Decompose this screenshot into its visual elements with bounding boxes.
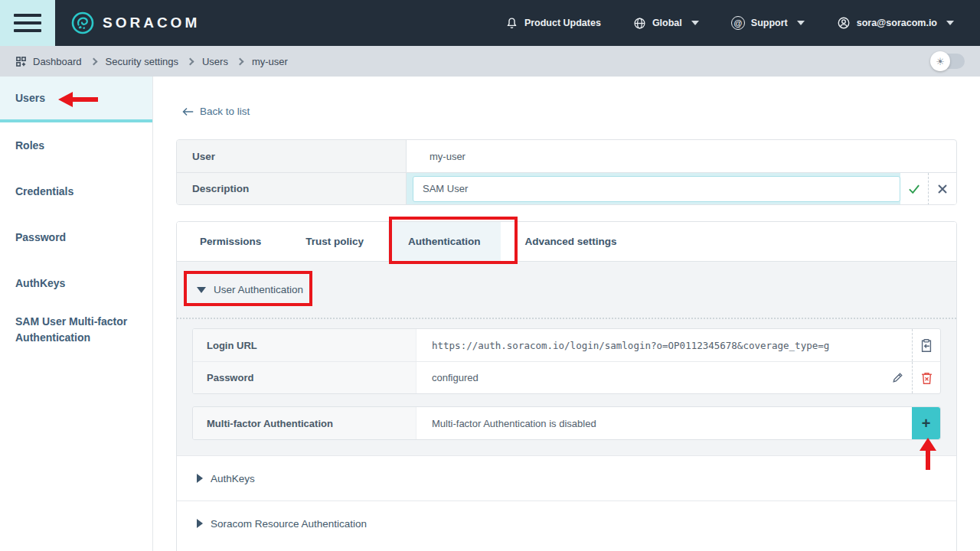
top-navbar: SORACOM Product Updates Global @ Support [0,0,980,46]
support-label: Support [751,18,788,28]
mfa-label: Multi-factor Authentication [193,407,416,439]
tab-permissions[interactable]: Permissions [200,222,261,261]
user-authentication-section: User Authentication Login URL https://au… [177,262,956,455]
product-updates-button[interactable]: Product Updates [505,17,601,30]
sidebar-item-authkeys-label: AuthKeys [15,276,65,292]
user-authentication-section-header[interactable]: User Authentication [177,262,956,319]
enable-mfa-button[interactable]: + [912,407,940,439]
check-icon [909,184,920,194]
breadcrumb-bar: Dashboard Security settings Users my-use… [0,46,980,77]
brand-name: SORACOM [103,15,200,31]
authkeys-title: AuthKeys [211,473,255,484]
breadcrumb-users[interactable]: Users [202,56,228,67]
main-content: Back to list User my-user Description [153,77,980,551]
copy-login-url-button[interactable] [912,329,940,361]
sidebar-item-credentials[interactable]: Credentials [0,168,152,214]
hamburger-menu-icon[interactable] [0,0,55,46]
soracom-logo[interactable]: SORACOM [70,11,200,35]
chevron-right-icon [236,57,243,65]
triangle-right-icon [197,519,203,528]
edit-password-button[interactable] [884,362,912,393]
resource-authentication-section-header[interactable]: Soracom Resource Authentication [177,500,956,546]
theme-toggle[interactable]: ☀ [933,54,965,69]
password-row: Password configured [193,361,940,393]
description-edit-area [407,173,900,204]
caret-down-icon [797,21,805,25]
account-dropdown[interactable]: sora@soracom.io [837,16,954,30]
cancel-description-button[interactable] [928,173,956,205]
authkeys-section-header[interactable]: AuthKeys [177,455,956,500]
delete-password-button[interactable] [912,362,940,393]
sun-icon: ☀ [930,51,950,71]
sidebar-item-password[interactable]: Password [0,214,152,260]
resource-authentication-title: Soracom Resource Authentication [211,518,367,530]
description-row: Description [177,172,956,204]
description-row-label: Description [177,173,407,204]
support-at-icon: @ [731,16,745,30]
sidebar-item-users[interactable]: Users [0,77,152,122]
support-dropdown[interactable]: @ Support [731,16,805,30]
breadcrumb-security-settings[interactable]: Security settings [106,56,178,67]
description-edit-actions [900,173,956,205]
global-coverage-dropdown[interactable]: Global [633,17,699,30]
back-to-list-link[interactable]: Back to list [182,106,250,117]
arrow-left-icon [182,107,194,116]
chevron-right-icon [90,57,97,65]
mfa-row: Multi-factor Authentication Multi-factor… [192,406,941,440]
trash-delete-icon [921,372,933,384]
sidebar-item-users-label: Users [15,90,45,106]
login-credentials-card: Login URL https://auth.soracom.io/login/… [192,328,941,394]
user-settings-card: Permissions Trust policy Authentication … [176,221,957,551]
user-authentication-rows: Login URL https://auth.soracom.io/login/… [177,319,956,455]
close-icon [938,184,947,194]
pencil-icon [892,372,903,383]
sidebar-item-credentials-label: Credentials [15,184,74,200]
tab-authentication[interactable]: Authentication [388,222,501,261]
tab-trust-policy[interactable]: Trust policy [305,222,364,261]
triangle-right-icon [197,474,203,483]
user-row-value: my-user [407,140,956,172]
navbar-menu: Product Updates Global @ Support sora@so… [505,16,954,30]
sidebar-item-sam-user-mfa[interactable]: SAM User Multi-factor Authentication [0,306,152,361]
sidebar-item-authkeys[interactable]: AuthKeys [0,260,152,306]
caret-down-icon [946,21,954,25]
sidebar-item-sam-user-mfa-label: SAM User Multi-factor Authentication [15,314,137,346]
user-row-label: User [177,140,407,172]
back-to-list-label: Back to list [200,106,250,117]
password-label: Password [193,362,416,393]
user-circle-icon [837,16,851,30]
tabs-bar: Permissions Trust policy Authentication … [177,222,956,262]
account-email-label: sora@soracom.io [857,18,937,28]
login-url-value: https://auth.soracom.io/login/samlogin?o… [416,329,912,361]
triangle-down-icon [197,287,206,293]
clipboard-copy-icon [920,339,933,352]
user-row: User my-user [177,140,956,172]
dashboard-grid-icon [15,56,27,67]
login-url-label: Login URL [193,329,416,361]
confirm-description-button[interactable] [900,173,928,205]
sidebar-item-roles-label: Roles [15,138,44,154]
product-updates-label: Product Updates [524,18,601,28]
breadcrumb-dashboard[interactable]: Dashboard [33,56,82,67]
user-detail-table: User my-user Description [176,139,957,205]
sidebar-item-password-label: Password [15,230,66,246]
login-url-row: Login URL https://auth.soracom.io/login/… [193,329,940,361]
tab-advanced-settings[interactable]: Advanced settings [525,222,617,261]
bell-icon [505,17,518,30]
sidebar: Users Roles Credentials Password AuthKey… [0,77,153,551]
user-authentication-title: User Authentication [214,284,303,295]
global-label: Global [652,18,682,28]
sidebar-item-roles[interactable]: Roles [0,122,152,168]
globe-icon [633,17,646,30]
chevron-right-icon [187,57,194,65]
description-input[interactable] [413,176,900,202]
breadcrumb-my-user: my-user [252,56,288,67]
password-value: configured [416,362,884,393]
caret-down-icon [691,21,699,25]
soracom-logo-icon [70,11,95,35]
mfa-status-value: Multi-factor Authentication is disabled [416,407,912,439]
